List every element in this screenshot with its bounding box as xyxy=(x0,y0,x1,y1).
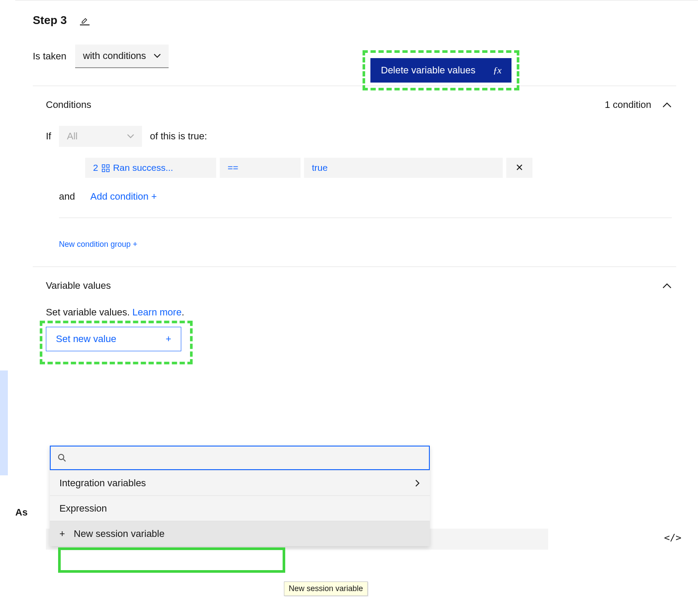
search-icon xyxy=(58,453,66,462)
add-condition-button[interactable]: Add condition + xyxy=(90,191,157,202)
assistant-says-label: As xyxy=(15,507,28,518)
variable-values-section: Variable values Set variable values. Lea… xyxy=(33,280,676,370)
variable-search-row[interactable] xyxy=(50,446,430,470)
variable-values-description: Set variable values. Learn more. xyxy=(46,307,672,318)
svg-rect-2 xyxy=(102,169,105,172)
condition-row: 2 Ran success... == true ✕ xyxy=(85,158,672,178)
quantifier-dropdown[interactable]: All xyxy=(59,126,142,147)
learn-more-link[interactable]: Learn more xyxy=(132,307,182,318)
conditions-header[interactable]: Conditions 1 condition xyxy=(46,99,672,111)
if-row: If All of this is true: xyxy=(46,126,672,147)
step-action-chip[interactable]: Delete variable values ƒx xyxy=(370,58,511,83)
set-new-value-button[interactable]: Set new value + xyxy=(46,327,181,351)
chevron-right-icon xyxy=(415,479,420,487)
new-condition-group-button[interactable]: New condition group + xyxy=(59,240,138,249)
condition-operator[interactable]: == xyxy=(220,158,301,178)
step-header: Step 3 xyxy=(33,14,676,27)
svg-point-4 xyxy=(59,454,64,460)
conditions-count: 1 condition xyxy=(605,99,651,111)
tooltip: New session variable xyxy=(284,581,368,596)
close-icon: ✕ xyxy=(515,162,523,173)
is-taken-row: Is taken with conditions xyxy=(33,45,676,68)
chevron-down-icon xyxy=(127,134,134,138)
plus-icon: + xyxy=(59,529,65,539)
plus-icon: + xyxy=(166,333,171,345)
popover-item-label: Expression xyxy=(59,503,107,514)
and-row: and Add condition + xyxy=(59,191,672,202)
popover-item-label: Integration variables xyxy=(59,478,146,489)
chevron-up-icon[interactable] xyxy=(662,102,672,108)
step-panel: Step 3 Is taken with conditions Conditio… xyxy=(15,0,698,384)
svg-rect-3 xyxy=(107,169,109,172)
condition-step-ref: 2 xyxy=(93,163,98,173)
quantifier-label: All xyxy=(67,131,77,142)
condition-delete-button[interactable]: ✕ xyxy=(506,158,532,178)
divider xyxy=(33,86,676,86)
popover-item-expression[interactable]: Expression xyxy=(50,495,430,521)
chevron-up-icon[interactable] xyxy=(662,283,672,289)
condition-left-text: Ran success... xyxy=(113,163,173,173)
svg-rect-1 xyxy=(107,165,109,167)
variable-values-header[interactable]: Variable values xyxy=(46,280,672,291)
action-chip-highlight: Delete variable values ƒx xyxy=(363,50,519,90)
variable-values-title: Variable values xyxy=(46,280,111,291)
popover-item-new-session-variable[interactable]: + New session variable xyxy=(50,521,430,546)
step-action-label: Delete variable values xyxy=(381,65,475,76)
edit-icon[interactable] xyxy=(80,16,90,25)
chevron-down-icon xyxy=(154,54,161,58)
svg-line-5 xyxy=(63,459,66,461)
popover-item-label: New session variable xyxy=(74,528,165,540)
step-title: Step 3 xyxy=(33,14,67,27)
popover-item-integration-variables[interactable]: Integration variables xyxy=(50,470,430,495)
is-taken-label: Is taken xyxy=(33,51,66,62)
set-new-value-label: Set new value xyxy=(56,333,116,345)
condition-right-operand[interactable]: true xyxy=(304,158,503,178)
variable-picker-popover: Integration variables Expression + New s… xyxy=(50,446,430,546)
fx-icon[interactable]: ƒx xyxy=(493,65,501,76)
variable-ref-icon xyxy=(102,164,110,172)
set-new-value-wrap: Set new value + xyxy=(46,327,199,370)
is-taken-dropdown-label: with conditions xyxy=(83,50,146,62)
if-label: If xyxy=(46,131,51,142)
highlight-box xyxy=(58,547,285,573)
conditions-title: Conditions xyxy=(46,99,91,111)
code-toggle-button[interactable]: </> xyxy=(664,532,681,543)
divider xyxy=(33,266,676,267)
of-true-label: of this is true: xyxy=(150,131,207,142)
condition-left-operand[interactable]: 2 Ran success... xyxy=(85,158,216,178)
selection-indicator xyxy=(0,370,8,475)
and-label: and xyxy=(59,191,75,202)
svg-rect-0 xyxy=(102,165,105,167)
conditions-section: Conditions 1 condition If All of this is… xyxy=(33,99,676,249)
divider xyxy=(59,218,672,218)
variable-search-input[interactable] xyxy=(73,453,422,463)
is-taken-dropdown[interactable]: with conditions xyxy=(75,45,169,68)
